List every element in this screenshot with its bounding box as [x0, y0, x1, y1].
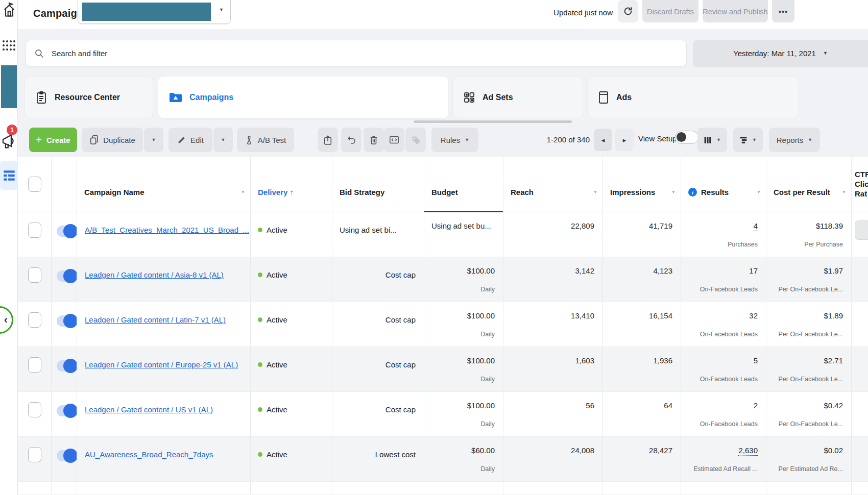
row-checkbox[interactable]: [28, 402, 41, 417]
reports-button[interactable]: Reports▼: [769, 128, 820, 152]
campaign-name-link[interactable]: A/B_Test_Creatives_March_2021_US_Broad_.…: [85, 226, 249, 234]
create-button[interactable]: + Create: [29, 128, 77, 152]
row-checkbox[interactable]: [28, 222, 41, 238]
tab-campaigns[interactable]: Campaigns: [158, 77, 448, 118]
all-tools-grid-icon[interactable]: [2, 39, 16, 52]
row-checkbox-cell[interactable]: [18, 437, 51, 481]
results-value[interactable]: 5: [754, 356, 758, 365]
results-value[interactable]: 2,630: [738, 446, 758, 456]
duplicate-button[interactable]: Duplicate: [82, 128, 143, 152]
impressions-cell: 28,427: [602, 437, 681, 481]
ab-test-button[interactable]: A/B Test: [237, 128, 294, 152]
ads-manager-nav-item[interactable]: [0, 161, 18, 190]
view-setup-toggle[interactable]: [675, 131, 698, 144]
campaign-active-toggle[interactable]: [57, 405, 76, 416]
delivery-header[interactable]: Delivery ↑: [250, 157, 332, 212]
chevron-down-icon: ▼: [823, 51, 828, 56]
row-checkbox[interactable]: [28, 447, 41, 462]
campaign-name-link[interactable]: Leadgen / Gated content / Latin-7 v1 (AL…: [85, 315, 226, 324]
campaign-name-header[interactable]: Campaign Name ▼: [77, 157, 250, 212]
campaign-name-cell: Leadgen / Gated content / Latin-7 v1 (AL…: [77, 302, 250, 346]
row-checkbox[interactable]: [28, 312, 41, 328]
results-header[interactable]: i Results ▼: [681, 157, 766, 212]
row-checkbox-cell[interactable]: [18, 392, 51, 436]
redacted-nav-item[interactable]: [1, 65, 17, 108]
campaign-active-toggle[interactable]: [57, 226, 76, 237]
campaign-name-link[interactable]: AU_Awareness_Broad_Reach_7days: [85, 450, 213, 459]
row-checkbox-cell[interactable]: [18, 347, 51, 391]
next-page-button[interactable]: ▸: [615, 129, 634, 151]
undo-button[interactable]: [341, 128, 361, 152]
ctr-header[interactable]: CTR Clic Rat: [851, 157, 868, 212]
budget-header[interactable]: Budget: [424, 157, 503, 212]
discard-drafts-button[interactable]: Discard Drafts: [642, 0, 698, 22]
campaign-name-cell: A/B_Test_Creatives_March_2021_US_Broad_.…: [77, 212, 250, 257]
campaign-name-link[interactable]: Leadgen / Gated content / US v1 (AL): [85, 405, 213, 414]
edit-placements-button[interactable]: [384, 128, 404, 152]
ellipsis-icon: •••: [779, 8, 788, 16]
delete-button[interactable]: [364, 128, 384, 152]
tab-ads[interactable]: Ads: [587, 77, 799, 118]
home-icon[interactable]: [2, 2, 16, 20]
campaign-active-toggle[interactable]: [57, 360, 76, 372]
breakdown-button[interactable]: ▼: [733, 128, 763, 152]
export-button[interactable]: [318, 128, 338, 152]
campaign-toggle-cell[interactable]: [51, 212, 77, 257]
search-input[interactable]: [51, 48, 612, 58]
account-dropdown[interactable]: ▼: [78, 0, 231, 24]
results-value[interactable]: 32: [749, 311, 758, 320]
export-icon: [323, 135, 332, 145]
refresh-button[interactable]: [618, 0, 638, 22]
tag-button[interactable]: [405, 128, 426, 152]
results-value[interactable]: 2: [754, 401, 758, 410]
row-checkbox-cell[interactable]: [18, 212, 51, 257]
campaign-name-link[interactable]: Leadgen / Gated content / Asia-8 v1 (AL): [85, 270, 224, 279]
results-cell: 2,630 Estimated Ad Recall ...: [681, 437, 766, 481]
campaign-toggle-cell[interactable]: [51, 392, 77, 436]
campaign-toggle-cell[interactable]: [51, 302, 77, 346]
row-checkbox-cell[interactable]: [18, 257, 51, 302]
edit-dropdown-button[interactable]: ▼: [213, 128, 233, 152]
bid-strategy-header[interactable]: Bid Strategy: [332, 157, 424, 212]
select-all-checkbox[interactable]: [28, 177, 41, 192]
rules-button[interactable]: Rules▼: [431, 128, 478, 152]
results-value[interactable]: 4: [754, 221, 758, 231]
campaign-toggle-cell[interactable]: [51, 437, 77, 481]
columns-button[interactable]: ▼: [697, 128, 727, 152]
horizontal-scrollbar[interactable]: [414, 120, 572, 123]
table-header-row: Campaign Name ▼ Delivery ↑ Bid Strategy …: [18, 157, 868, 212]
updated-status: Updated just now: [531, 8, 613, 17]
delivery-status: Active: [267, 450, 287, 459]
campaign-active-toggle[interactable]: [57, 270, 76, 282]
campaign-toggle-cell[interactable]: [51, 257, 77, 302]
cost-per-result-header[interactable]: Cost per Result ▼: [766, 157, 851, 212]
previous-page-button[interactable]: ◂: [594, 129, 612, 151]
row-checkbox-cell[interactable]: [18, 302, 51, 346]
duplicate-dropdown-button[interactable]: ▼: [144, 128, 163, 152]
campaign-name-link[interactable]: Leadgen / Gated content / Europe-25 v1 (…: [85, 360, 238, 369]
row-checkbox[interactable]: [28, 267, 41, 283]
table-row: A/B_Test_Creatives_March_2021_US_Broad_.…: [18, 212, 868, 257]
budget-cell: Using ad set bu...: [424, 212, 503, 257]
select-all-checkbox-cell[interactable]: [18, 157, 51, 212]
date-range-selector[interactable]: Yesterday: Mar 11, 2021 ▼: [693, 40, 868, 67]
review-and-publish-button[interactable]: Review and Publish: [703, 0, 768, 22]
row-checkbox[interactable]: [28, 357, 41, 373]
bid-strategy-value: Cost cap: [385, 360, 416, 369]
more-options-button[interactable]: •••: [772, 0, 794, 22]
undo-icon: [347, 135, 356, 145]
results-value[interactable]: 17: [749, 266, 758, 275]
campaign-toggle-cell[interactable]: [51, 347, 77, 391]
campaign-active-toggle[interactable]: [57, 450, 76, 461]
impressions-header[interactable]: Impressions ▼: [602, 157, 681, 212]
reach-header[interactable]: Reach ▼: [503, 157, 602, 212]
search-bar[interactable]: [26, 40, 687, 67]
delivery-status: Active: [267, 270, 287, 279]
impressions-cell: 1,936: [602, 347, 681, 391]
tab-resource-center[interactable]: Resource Center: [25, 77, 153, 118]
edit-button[interactable]: Edit: [168, 128, 212, 152]
tab-ad-sets[interactable]: Ad Sets: [452, 77, 583, 118]
bid-strategy-cell: Lowest cost: [332, 437, 424, 481]
cost-per-result-type: Per On-Facebook Le...: [771, 420, 843, 428]
campaign-active-toggle[interactable]: [57, 315, 76, 327]
